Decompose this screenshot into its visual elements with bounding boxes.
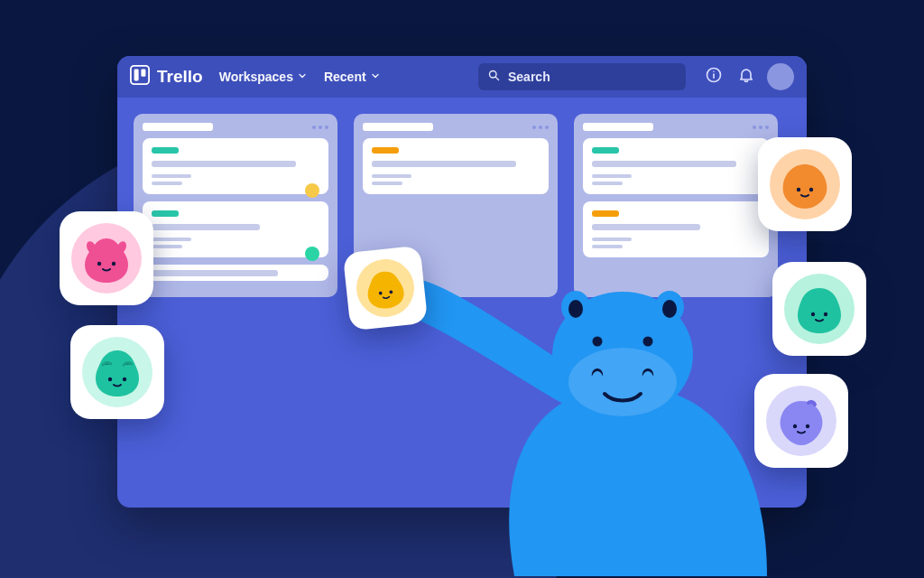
app-header: Trello Workspaces Recent Search	[117, 56, 807, 98]
card-title-placeholder	[152, 270, 278, 276]
card-title-placeholder	[372, 161, 516, 167]
card-title-placeholder	[592, 161, 736, 167]
avatar-tile-purple[interactable]	[754, 374, 848, 468]
card[interactable]	[363, 138, 549, 194]
card[interactable]	[143, 201, 328, 257]
card-title-placeholder	[152, 224, 260, 230]
nav-workspaces[interactable]: Workspaces	[219, 70, 308, 84]
nav-recent[interactable]: Recent	[324, 70, 381, 84]
svg-rect-6	[713, 73, 715, 79]
member-avatar	[305, 247, 319, 261]
card[interactable]	[583, 201, 769, 257]
avatar-tile-aqua[interactable]	[70, 325, 164, 419]
svg-point-18	[793, 424, 797, 428]
list-title[interactable]	[363, 123, 433, 131]
svg-point-4	[490, 71, 497, 79]
card-title-placeholder	[152, 161, 296, 167]
card[interactable]	[583, 138, 769, 194]
svg-point-8	[97, 262, 101, 266]
search-icon	[487, 69, 501, 85]
trello-app-window: Trello Workspaces Recent Search	[117, 56, 807, 508]
search-placeholder: Search	[508, 70, 550, 84]
member-avatar	[305, 183, 319, 198]
brand-name: Trello	[157, 67, 203, 87]
list-column	[574, 114, 778, 297]
card-label	[592, 210, 619, 217]
card-label	[152, 210, 179, 217]
notifications-button[interactable]	[735, 65, 758, 89]
chevron-down-icon	[370, 70, 381, 84]
card[interactable]	[143, 265, 328, 281]
card-label	[152, 147, 179, 154]
svg-rect-2	[134, 69, 139, 80]
yellow-blob-icon	[361, 264, 411, 313]
card-label	[592, 147, 619, 154]
list-column	[134, 114, 337, 297]
svg-point-16	[811, 312, 815, 316]
chevron-down-icon	[297, 70, 308, 84]
header-nav: Workspaces Recent	[219, 70, 381, 84]
svg-rect-3	[141, 69, 145, 76]
pink-blob-icon	[79, 231, 134, 285]
svg-point-15	[809, 188, 813, 191]
avatar-tile-held[interactable]	[343, 246, 429, 331]
account-avatar[interactable]	[767, 63, 794, 90]
bell-icon	[737, 66, 755, 88]
card[interactable]	[143, 138, 328, 194]
orange-blob-icon	[778, 157, 832, 211]
svg-point-17	[824, 312, 827, 316]
list-title[interactable]	[583, 123, 653, 131]
info-icon	[705, 66, 723, 88]
svg-rect-0	[131, 65, 149, 83]
svg-point-11	[123, 378, 126, 381]
nav-recent-label: Recent	[324, 70, 366, 84]
trello-logo-icon	[130, 65, 150, 89]
list-menu-button[interactable]	[532, 126, 549, 129]
card-title-placeholder	[592, 224, 700, 230]
green-blob-icon	[792, 282, 846, 336]
svg-point-19	[806, 424, 809, 428]
aqua-blob-icon	[90, 345, 144, 399]
avatar-tile-orange[interactable]	[758, 137, 852, 231]
info-button[interactable]	[702, 65, 725, 89]
avatar-tile-green[interactable]	[772, 262, 866, 356]
nav-workspaces-label: Workspaces	[219, 70, 293, 84]
list-title[interactable]	[143, 123, 213, 131]
purple-blob-icon	[774, 394, 828, 448]
list-menu-button[interactable]	[753, 126, 769, 129]
board	[117, 98, 807, 313]
svg-point-10	[108, 378, 112, 381]
svg-rect-7	[713, 70, 715, 72]
brand[interactable]: Trello	[130, 65, 203, 89]
svg-point-14	[797, 188, 800, 191]
list-menu-button[interactable]	[312, 126, 328, 129]
search-input[interactable]: Search	[478, 63, 686, 90]
card-label	[372, 147, 399, 154]
avatar-tile-pink[interactable]	[60, 211, 153, 305]
svg-point-9	[112, 262, 116, 266]
